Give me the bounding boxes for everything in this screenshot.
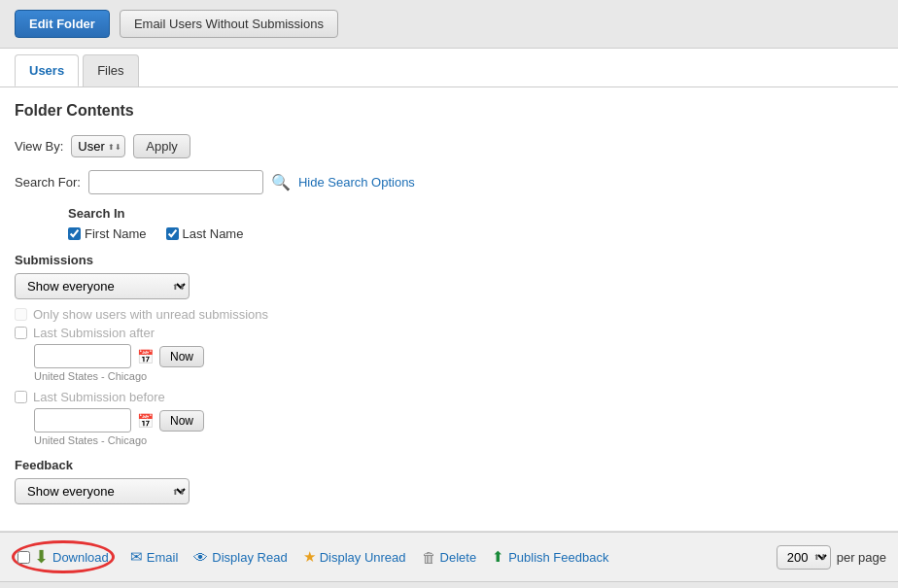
- view-by-select[interactable]: User: [71, 135, 125, 157]
- last-submission-after-checkbox[interactable]: [15, 327, 27, 339]
- now-button-before[interactable]: Now: [159, 410, 204, 432]
- per-page-row: 200 50 100 per page: [777, 545, 886, 570]
- submissions-label: Submissions: [15, 253, 883, 267]
- edit-folder-button[interactable]: Edit Folder: [15, 10, 110, 38]
- first-name-checkbox-label[interactable]: First Name: [68, 226, 147, 241]
- search-input[interactable]: [88, 170, 263, 194]
- tab-users[interactable]: Users: [15, 54, 79, 86]
- submissions-select[interactable]: Show everyone: [15, 273, 190, 299]
- search-icon: 🔍: [271, 174, 291, 190]
- hide-search-options-link[interactable]: Hide Search Options: [298, 175, 415, 190]
- top-bar: Edit Folder Email Users Without Submissi…: [0, 0, 898, 49]
- view-by-select-wrapper: User: [71, 135, 125, 157]
- publish-feedback-label: Publish Feedback: [508, 550, 608, 565]
- email-users-button[interactable]: Email Users Without Submissions: [120, 10, 338, 38]
- download-label: Download: [52, 550, 109, 565]
- table-header: Last Name ▲ △ First Name Submission Date…: [0, 581, 898, 588]
- view-by-label: View By:: [15, 139, 63, 154]
- submissions-section: Submissions Show everyone Only show user…: [15, 253, 883, 446]
- feedback-select-wrapper: Show everyone: [15, 478, 190, 504]
- download-highlight-circle: ⬇ Download: [12, 540, 115, 573]
- per-page-select-wrapper: 200 50 100: [777, 545, 831, 570]
- calendar-icon-after[interactable]: 📅: [137, 349, 154, 364]
- display-unread-label: Display Unread: [320, 550, 406, 565]
- display-read-label: Display Read: [212, 550, 287, 565]
- display-read-button[interactable]: 👁 Display Read: [193, 549, 287, 566]
- last-submission-before-checkbox[interactable]: [15, 391, 27, 403]
- search-button[interactable]: 🔍: [271, 173, 291, 191]
- display-unread-button[interactable]: ★ Display Unread: [303, 548, 406, 566]
- last-submission-after-label: Last Submission after: [33, 326, 155, 340]
- publish-icon: ⬆: [492, 548, 504, 566]
- last-submission-before-label: Last Submission before: [33, 390, 165, 404]
- display-unread-icon: ★: [303, 548, 316, 566]
- email-label: Email: [147, 550, 179, 565]
- publish-feedback-button[interactable]: ⬆ Publish Feedback: [492, 548, 608, 566]
- show-everyone-select-wrapper: Show everyone: [15, 273, 190, 299]
- tabs-container: Users Files: [0, 49, 898, 87]
- last-name-label: Last Name: [183, 226, 244, 241]
- feedback-select[interactable]: Show everyone: [15, 478, 190, 504]
- download-button[interactable]: ⬇ Download: [34, 546, 109, 568]
- feedback-section: Feedback Show everyone: [15, 458, 883, 504]
- first-name-label: First Name: [85, 226, 147, 241]
- email-button[interactable]: ✉ Email: [130, 548, 179, 566]
- now-button-after[interactable]: Now: [159, 346, 204, 367]
- feedback-label: Feedback: [15, 458, 883, 472]
- only-show-unread-label: Only show users with unread submissions: [33, 307, 268, 322]
- search-in-label: Search In: [68, 206, 883, 221]
- first-name-checkbox[interactable]: [68, 227, 81, 240]
- bottom-bar: ⬇ Download ✉ Email 👁 Display Read ★ Disp…: [0, 532, 898, 581]
- per-page-label: per page: [837, 550, 886, 565]
- apply-button[interactable]: Apply: [133, 134, 190, 158]
- last-name-checkbox[interactable]: [166, 227, 179, 240]
- display-read-icon: 👁: [193, 549, 208, 566]
- tab-files[interactable]: Files: [83, 54, 138, 86]
- per-page-select[interactable]: 200 50 100: [777, 545, 831, 570]
- last-submission-before-input[interactable]: 4/3/2013: [34, 408, 131, 432]
- delete-label: Delete: [440, 550, 477, 565]
- timezone-after-label: United States - Chicago: [34, 370, 883, 382]
- calendar-icon-before[interactable]: 📅: [137, 413, 154, 429]
- delete-button[interactable]: 🗑 Delete: [422, 549, 477, 566]
- last-submission-after-input[interactable]: 3/27/2013: [34, 344, 131, 368]
- search-for-label: Search For:: [15, 175, 81, 190]
- trash-icon: 🗑: [422, 549, 436, 566]
- main-content: Folder Contents View By: User Apply Sear…: [0, 87, 898, 531]
- search-in-section: Search In First Name Last Name: [68, 206, 883, 241]
- folder-contents-title: Folder Contents: [15, 102, 883, 120]
- last-name-checkbox-label[interactable]: Last Name: [166, 226, 244, 241]
- only-show-unread-checkbox[interactable]: [15, 308, 27, 321]
- timezone-before-label: United States - Chicago: [34, 434, 883, 446]
- download-icon: ⬇: [34, 546, 49, 568]
- select-all-checkbox[interactable]: [17, 551, 30, 564]
- email-icon: ✉: [130, 548, 143, 566]
